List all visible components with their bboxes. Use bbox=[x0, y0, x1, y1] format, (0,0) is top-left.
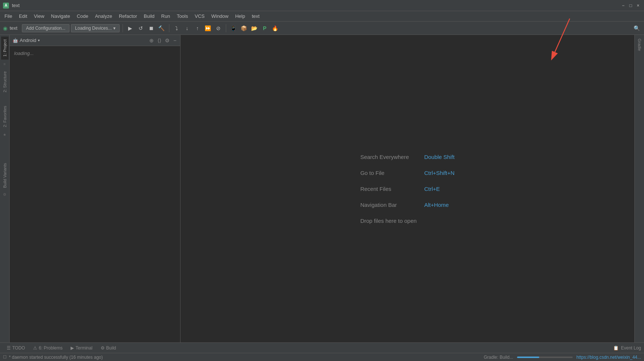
build-tab-icon: ⚙ bbox=[101, 345, 105, 351]
avd-manager-button[interactable]: 📱 bbox=[229, 24, 238, 33]
firebase-button[interactable]: 🔥 bbox=[271, 24, 280, 33]
gradle-tab[interactable]: Gradle bbox=[636, 35, 643, 55]
toolbar-separator-1 bbox=[123, 24, 123, 32]
event-log-label[interactable]: Event Log bbox=[621, 345, 641, 351]
sync-panel-button[interactable]: ⊕ bbox=[149, 37, 155, 44]
menu-item-text[interactable]: text bbox=[249, 12, 263, 20]
toolbar: ◉ text Add Configuration... Loading Devi… bbox=[0, 22, 644, 35]
status-bar: ☐ * daemon started successfully (16 minu… bbox=[0, 353, 644, 361]
progress-fill bbox=[517, 357, 539, 358]
sdk-manager-button[interactable]: 📦 bbox=[240, 24, 248, 33]
left-sidebar-tabs: 1: Project ≡ 2: Structure 2: Favorites ★… bbox=[0, 35, 10, 342]
recent-files-label: Recent Files bbox=[360, 186, 420, 192]
menu-bar: FileEditViewNavigateCodeAnalyzeRefactorB… bbox=[0, 11, 644, 22]
step-into-button[interactable]: ↓ bbox=[183, 24, 192, 33]
hide-panel-button[interactable]: − bbox=[173, 37, 177, 44]
android-studio-logo-icon: ◉ bbox=[3, 25, 7, 31]
menu-item-view[interactable]: View bbox=[31, 12, 47, 20]
menu-item-navigate[interactable]: Navigate bbox=[48, 12, 73, 20]
sidebar-item-favorites[interactable]: 2: Favorites bbox=[1, 103, 9, 130]
tab-problems[interactable]: ⚠ 6: Problems bbox=[29, 344, 66, 352]
loading-devices-dropdown[interactable]: Loading Devices... ▾ bbox=[71, 24, 120, 32]
gradle-status-text: Gradle: Build... bbox=[484, 355, 513, 360]
toolbar-separator-3 bbox=[226, 24, 226, 32]
close-button[interactable]: × bbox=[635, 3, 641, 9]
todo-icon: ☰ bbox=[7, 345, 11, 351]
project-panel-header: 🤖 Android ▾ ⊕ ⟨⟩ ⚙ − bbox=[10, 35, 180, 46]
navigation-bar-label: Navigation Bar bbox=[360, 202, 420, 208]
title-bar: A text − □ × bbox=[0, 0, 644, 11]
menu-item-refactor[interactable]: Refactor bbox=[116, 12, 140, 20]
chevron-down-icon: ▾ bbox=[113, 26, 116, 31]
project-name-label: text bbox=[10, 25, 17, 31]
recent-files-shortcut: Ctrl+E bbox=[424, 186, 440, 192]
loading-devices-label: Loading Devices... bbox=[75, 26, 112, 31]
go-to-file-shortcut: Ctrl+Shift+N bbox=[424, 170, 455, 176]
menu-item-edit[interactable]: Edit bbox=[16, 12, 30, 20]
problems-icon: ⚠ bbox=[33, 345, 37, 351]
terminal-label: Terminal bbox=[75, 345, 92, 351]
search-everywhere-label: Search Everywhere bbox=[360, 154, 420, 160]
maximize-button[interactable]: □ bbox=[628, 3, 634, 9]
mute-breakpoints-button[interactable]: ⊘ bbox=[214, 24, 223, 33]
sidebar-item-structure[interactable]: 2: Structure bbox=[1, 68, 9, 95]
project-title-display: ◉ text bbox=[3, 25, 17, 31]
main-layout: 1: Project ≡ 2: Structure 2: Favorites ★… bbox=[0, 35, 644, 342]
loading-indicator: loading... bbox=[10, 46, 180, 61]
csdn-url-link[interactable]: https://blog.csdn.net/weixin_44... bbox=[576, 355, 641, 360]
build-variants-icon: ⚙ bbox=[2, 192, 8, 198]
project-panel: 🤖 Android ▾ ⊕ ⟨⟩ ⚙ − loading... bbox=[10, 35, 180, 342]
hint-navigation-bar: Navigation Bar Alt+Home bbox=[360, 202, 455, 208]
rerun-button[interactable]: ↺ bbox=[136, 24, 145, 33]
run-button[interactable]: ▶ bbox=[126, 24, 135, 33]
drop-files-text: Drop files here to open bbox=[360, 218, 417, 224]
tab-build[interactable]: ⚙ Build bbox=[97, 344, 120, 352]
editor-hints: Search Everywhere Double Shift Go to Fil… bbox=[353, 146, 462, 231]
collapse-all-button[interactable]: ⟨⟩ bbox=[157, 37, 162, 44]
sidebar-item-project[interactable]: 1: Project bbox=[1, 36, 9, 59]
menu-item-window[interactable]: Window bbox=[208, 12, 231, 20]
daemon-status-text: * daemon started successfully (16 minute… bbox=[9, 355, 103, 360]
structure-icon: ≡ bbox=[2, 61, 8, 67]
menu-item-vcs[interactable]: VCS bbox=[192, 12, 208, 20]
status-bar-right: Gradle: Build... https://blog.csdn.net/w… bbox=[484, 355, 641, 360]
menu-item-tools[interactable]: Tools bbox=[174, 12, 191, 20]
build-button[interactable]: 🔨 bbox=[157, 24, 166, 33]
profiler-button[interactable]: P bbox=[260, 24, 269, 33]
step-over-button[interactable]: ⤵ bbox=[172, 24, 181, 33]
menu-item-build[interactable]: Build bbox=[141, 12, 157, 20]
sidebar-item-build-variants[interactable]: Build Variants bbox=[1, 160, 9, 191]
event-log-icon: 📋 bbox=[613, 345, 619, 351]
menu-item-run[interactable]: Run bbox=[158, 12, 173, 20]
checkbox-icon: ☐ bbox=[3, 355, 7, 360]
title-text: text bbox=[12, 3, 20, 8]
search-everywhere-button[interactable]: 🔍 bbox=[632, 24, 641, 33]
tab-todo[interactable]: ☰ TODO bbox=[3, 344, 29, 352]
hint-search-everywhere: Search Everywhere Double Shift bbox=[360, 154, 455, 160]
window-controls: − □ × bbox=[620, 3, 641, 9]
tab-terminal[interactable]: ▶ Terminal bbox=[67, 344, 96, 352]
resume-button[interactable]: ⏩ bbox=[204, 24, 212, 33]
bottom-tabs-right: 📋 Event Log bbox=[613, 345, 641, 351]
settings-panel-button[interactable]: ⚙ bbox=[164, 37, 170, 44]
hint-go-to-file: Go to File Ctrl+Shift+N bbox=[360, 170, 455, 176]
menu-item-code[interactable]: Code bbox=[74, 12, 91, 20]
menu-item-analyze[interactable]: Analyze bbox=[92, 12, 115, 20]
android-icon: 🤖 bbox=[13, 38, 18, 43]
android-label: Android bbox=[20, 38, 36, 43]
stop-button[interactable]: ⏹ bbox=[147, 24, 156, 33]
device-file-explorer-button[interactable]: 📂 bbox=[250, 24, 259, 33]
hint-recent-files: Recent Files Ctrl+E bbox=[360, 186, 455, 192]
problems-label: 6: Problems bbox=[39, 345, 62, 351]
menu-item-help[interactable]: Help bbox=[232, 12, 248, 20]
step-out-button[interactable]: ↑ bbox=[193, 24, 202, 33]
dropdown-chevron-icon: ▾ bbox=[38, 38, 40, 42]
menu-item-file[interactable]: File bbox=[1, 12, 15, 20]
android-view-dropdown[interactable]: 🤖 Android ▾ bbox=[13, 38, 40, 43]
toolbar-separator-2 bbox=[169, 24, 169, 32]
add-configuration-button[interactable]: Add Configuration... bbox=[22, 24, 69, 32]
go-to-file-label: Go to File bbox=[360, 170, 420, 176]
favorites-star-icon: ★ bbox=[2, 132, 8, 138]
drop-files-hint: Drop files here to open bbox=[360, 218, 455, 224]
minimize-button[interactable]: − bbox=[620, 3, 626, 9]
